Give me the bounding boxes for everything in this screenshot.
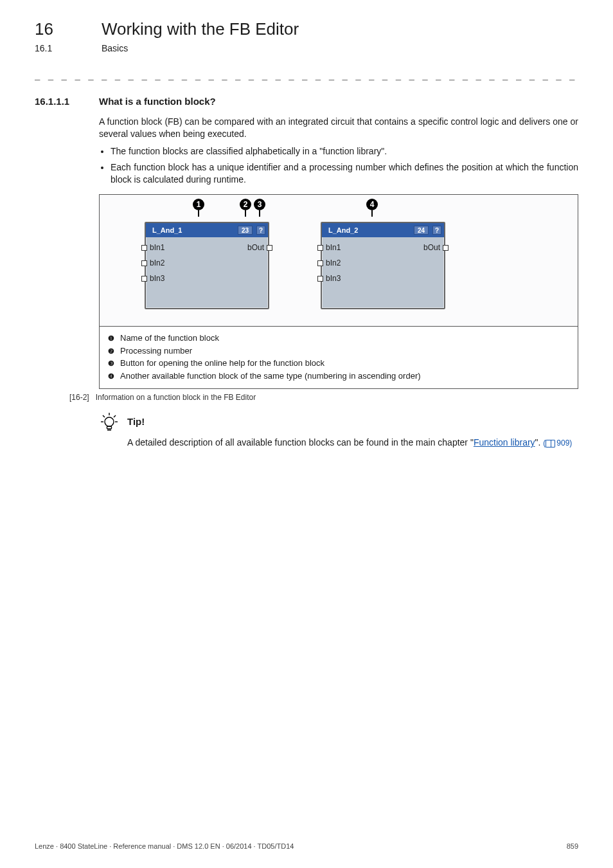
fb1-row: bIn2 [151,255,263,271]
intro-paragraph: A function block (FB) can be compared wi… [99,116,578,140]
body-column: A function block (FB) can be compared wi… [99,116,578,185]
figure-caption-text: Information on a function block in the F… [96,393,256,402]
input-pin-icon [141,245,147,251]
callout-number-4: ❹ [106,372,116,381]
chapter-heading: 16 Working with the FB Editor [35,19,578,39]
help-icon[interactable]: ? [432,226,441,235]
input-pin-icon [317,260,323,266]
callout-caption-row: ❹Another available function block of the… [106,370,571,383]
list-item: The function blocks are classified alpha… [111,145,578,158]
callout-1: 1 [193,199,204,210]
input-port-label: bIn2 [150,258,164,267]
callout-2: 2 [240,199,251,210]
subsection-heading: 16.1.1.1 What is a function block? [35,96,578,107]
tip-text-after: ". [535,437,541,448]
callout-caption-row: ❶Name of the function block [106,332,571,345]
paren-close: ) [569,439,572,448]
input-port-label: bIn1 [326,243,341,252]
callout-caption-row: ❷Processing number [106,345,571,357]
callout-3: 3 [254,199,265,210]
section-heading: 16.1 Basics [35,43,578,53]
page-reference[interactable]: (909) [543,439,572,448]
callout-number-3: ❸ [106,359,116,368]
fb2-row: bIn2 [327,255,439,271]
input-port-label: bIn2 [326,258,341,267]
footer-page-number: 859 [567,842,578,850]
callout-text: Processing number [120,345,192,357]
figure-caption: [16-2] Information on a function block i… [69,393,578,402]
bullet-list: The function blocks are classified alpha… [99,145,578,186]
fb1-row: bIn1 bOut [151,240,263,255]
svg-rect-6 [107,426,112,429]
input-port-label: bIn3 [150,274,164,283]
chapter-title: Working with the FB Editor [102,19,299,39]
fb2-row: bIn3 [327,271,439,286]
fb1-body: bIn1 bOut bIn2 bIn3 [146,237,268,308]
function-block-2: L_And_2 24 ? bIn1 bOut bIn2 [321,222,445,309]
tip-block: Tip! [99,412,578,433]
page-number-ref: 909 [556,439,569,448]
callout-caption-row: ❸Button for opening the online help for … [106,357,571,370]
callout-text: Name of the function block [120,332,219,345]
fb1-processing-number: 23 [238,226,253,235]
subsection-number: 16.1.1.1 [35,96,99,107]
input-pin-icon [317,276,323,282]
fb1-row: bIn3 [151,271,263,286]
callout-text: Button for opening the online help for t… [120,357,324,370]
fb2-body: bIn1 bOut bIn2 bIn3 [322,237,444,308]
callout-text: Another available function block of the … [120,370,421,383]
input-port-label: bIn3 [326,274,341,283]
svg-line-2 [114,415,116,417]
callout-4: 4 [366,199,378,210]
tip-text: A detailed description of all available … [127,437,578,449]
fb1-header: L_And_1 23 ? [146,223,268,237]
function-block-1: L_And_1 23 ? bIn1 bOut bIn2 [145,222,269,309]
figure-box: 1 2 3 4 L_And_1 23 ? bIn1 bOut [99,194,578,389]
list-item: Each function block has a unique identif… [111,161,578,186]
callout-number-1: ❶ [106,334,116,343]
function-library-link[interactable]: Function library [474,437,535,448]
book-icon [546,440,555,448]
page-footer: Lenze · 8400 StateLine · Reference manua… [35,842,578,850]
output-pin-icon [443,245,449,251]
help-icon[interactable]: ? [256,226,265,235]
footer-left: Lenze · 8400 StateLine · Reference manua… [35,842,294,850]
output-port-label: bOut [247,243,264,252]
figure-canvas: 1 2 3 4 L_And_1 23 ? bIn1 bOut [100,195,578,326]
output-pin-icon [267,245,272,251]
fb2-header: L_And_2 24 ? [322,223,444,237]
input-pin-icon [141,276,147,282]
input-pin-icon [317,245,323,251]
section-number: 16.1 [35,43,99,53]
tip-text-before: A detailed description of all available … [127,437,474,448]
page: 16 Working with the FB Editor 16.1 Basic… [0,0,613,868]
subsection-title: What is a function block? [99,96,216,107]
figure-number: [16-2] [69,393,89,402]
figure-caption-legend: ❶Name of the function block ❷Processing … [100,326,578,388]
fb2-row: bIn1 bOut [327,240,439,255]
input-pin-icon [141,260,147,266]
callout-number-2: ❷ [106,347,116,356]
chapter-number: 16 [35,19,99,39]
tip-label: Tip! [127,412,145,431]
svg-point-5 [105,417,114,426]
output-port-label: bOut [423,243,440,252]
fb1-name: L_And_1 [152,226,182,234]
section-title: Basics [102,43,128,53]
input-port-label: bIn1 [150,243,164,252]
lightbulb-icon [99,412,120,433]
svg-line-1 [103,415,105,417]
fb2-processing-number: 24 [414,226,429,235]
dashed-rule: _ _ _ _ _ _ _ _ _ _ _ _ _ _ _ _ _ _ _ _ … [35,71,578,82]
fb2-name: L_And_2 [328,226,358,234]
